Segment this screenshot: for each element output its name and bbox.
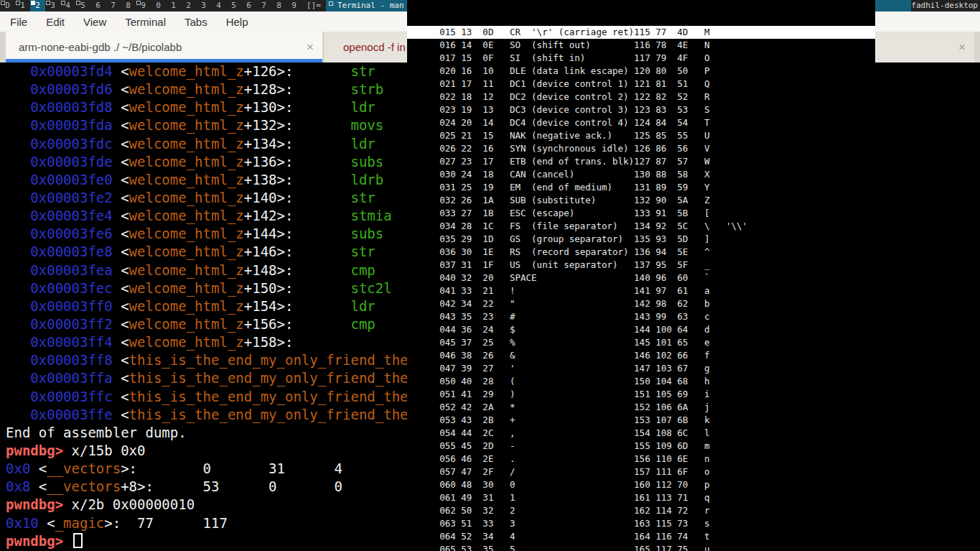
- ascii-table-row: 016 14 0E SO (shift out) 116 78 4E N: [407, 39, 875, 52]
- tab-gdb[interactable]: arm-none-eabi-gdb ./ ~/B/picolabb ×: [6, 32, 322, 62]
- ascii-table-row: 026 22 16 SYN (synchronous idle) 126 86 …: [407, 142, 875, 155]
- tag-occupied-square-icon: [61, 1, 65, 5]
- ascii-table-row: 031 25 19 EM (end of medium) 131 89 59 Y: [407, 181, 875, 194]
- close-icon[interactable]: ×: [298, 40, 322, 55]
- terminal-cursor: [73, 533, 83, 548]
- ascii-table-row: 042 34 22 " 142 98 62 b: [407, 297, 875, 310]
- ascii-table-row: 065 53 35 5 165 117 75 u: [407, 543, 875, 551]
- tab-gdb-label: arm-none-eabi-gdb ./ ~/B/picolabb: [6, 41, 298, 53]
- floating-indicator-icon: [329, 1, 333, 6]
- workspace-tag-2[interactable]: 2: [181, 0, 196, 11]
- workspace-tag-4[interactable]: 4: [60, 0, 75, 11]
- ascii-table-row: 024 20 14 DC4 (device control 4) 124 84 …: [407, 116, 875, 129]
- ascii-table-row: 046 38 26 & 146 102 66 f: [407, 349, 875, 362]
- workspace-tag-8[interactable]: 8: [121, 0, 136, 11]
- workspace-tag-D[interactable]: D: [0, 0, 15, 11]
- ascii-table-row: 030 24 18 CAN (cancel) 130 88 58 X: [407, 168, 875, 181]
- ascii-table-row: 050 40 28 ( 150 104 68 h: [407, 375, 875, 388]
- tag-occupied-square-icon: [1, 1, 5, 5]
- ascii-table-row: 027 23 17 ETB (end of trans. blk)127 87 …: [407, 155, 875, 168]
- menu-help[interactable]: Help: [226, 16, 248, 28]
- ascii-table-row: 033 27 1B ESC (escape) 133 91 5B [: [407, 207, 875, 220]
- ascii-table-row: 035 29 1D GS (group separator) 135 93 5D…: [407, 233, 875, 246]
- ascii-table-row: 054 44 2C , 154 108 6C l: [407, 427, 875, 440]
- ascii-table-row: 051 41 29 ) 151 105 69 i: [407, 388, 875, 401]
- ascii-table-row: 041 33 21 ! 141 97 61 a: [407, 284, 875, 297]
- workspace-tag-7[interactable]: 7: [106, 0, 121, 11]
- workspace-tag-0[interactable]: 0: [151, 0, 166, 11]
- ascii-table-row: 052 42 2A * 152 106 6A j: [407, 401, 875, 414]
- ascii-table-row: 022 18 12 DC2 (device control 2) 122 82 …: [407, 91, 875, 103]
- man-page-window[interactable]: 015 13 0D CR '\r' (carriage ret)115 77 4…: [407, 0, 875, 541]
- workspace-tag-1[interactable]: 1: [15, 0, 30, 11]
- workspace-tag-8[interactable]: 8: [271, 0, 286, 11]
- ascii-table-row: 044 36 24 $ 144 100 64 d: [407, 323, 875, 336]
- ascii-table-row: 034 28 1C FS (file separator) 134 92 5C …: [407, 220, 875, 233]
- workspace-tag-1[interactable]: 1: [166, 0, 181, 11]
- ascii-table-row: 040 32 20 SPACE 140 96 60 `: [407, 272, 875, 284]
- menu-view[interactable]: View: [83, 16, 106, 28]
- layout-symbol[interactable]: []=: [302, 0, 326, 11]
- workspace-tag-6[interactable]: 6: [241, 0, 256, 11]
- ascii-table-row: 025 21 15 NAK (negative ack.) 125 85 55 …: [407, 129, 875, 142]
- ascii-table-row: 023 19 13 DC3 (device control 3) 123 83 …: [407, 103, 875, 116]
- ascii-table: 015 13 0D CR '\r' (carriage ret)115 77 4…: [407, 26, 875, 551]
- workspace-tags: D1234567890123456789: [0, 0, 302, 11]
- ascii-table-row: 037 31 1F US (unit separator) 137 95 5F …: [407, 259, 875, 272]
- close-icon[interactable]: ×: [950, 40, 974, 55]
- window-title-text: Terminal - man: [337, 1, 404, 10]
- ascii-table-row: 056 46 2E . 156 110 6E n: [407, 453, 875, 466]
- tag-occupied-square-icon: [76, 1, 80, 5]
- desktop: D1234567890123456789 []= Terminal - man …: [0, 0, 980, 551]
- ascii-table-row: 020 16 10 DLE (data link escape) 120 80 …: [407, 65, 875, 78]
- workspace-tag-3[interactable]: 3: [45, 0, 60, 11]
- menu-file[interactable]: File: [10, 16, 27, 28]
- tag-occupied-square-icon: [46, 1, 50, 5]
- ascii-table-row: 061 49 31 1 161 113 71 q: [407, 491, 875, 504]
- ascii-table-row: 021 17 11 DC1 (device control 1) 121 81 …: [407, 78, 875, 91]
- workspace-tag-4[interactable]: 4: [211, 0, 226, 11]
- ascii-table-row: 064 52 34 4 164 116 74 t: [407, 530, 875, 543]
- workspace-tag-3[interactable]: 3: [196, 0, 211, 11]
- ascii-table-row: 060 48 30 0 160 112 70 p: [407, 478, 875, 491]
- ascii-table-row: 063 51 33 3 163 115 73 s: [407, 517, 875, 530]
- ascii-table-row: 043 35 23 # 143 99 63 c: [407, 310, 875, 323]
- menu-terminal[interactable]: Terminal: [125, 16, 166, 28]
- ascii-table-row: 057 47 2F / 157 111 6F o: [407, 466, 875, 478]
- tag-occupied-square-icon: [31, 1, 35, 5]
- statusbar-hostname: fadhil-desktop: [911, 0, 980, 11]
- workspace-tag-5[interactable]: 5: [226, 0, 241, 11]
- ascii-table-row: 055 45 2D - 155 109 6D m: [407, 440, 875, 453]
- ascii-table-row: 045 37 25 % 145 101 65 e: [407, 336, 875, 349]
- ascii-table-row: 053 43 2B + 153 107 6B k: [407, 414, 875, 427]
- workspace-tag-7[interactable]: 7: [256, 0, 271, 11]
- workspace-tag-9[interactable]: 9: [286, 0, 302, 11]
- ascii-table-row: 015 13 0D CR '\r' (carriage ret)115 77 4…: [407, 26, 875, 39]
- ascii-table-row: 062 50 32 2 162 114 72 r: [407, 504, 875, 517]
- workspace-tag-9[interactable]: 9: [136, 0, 151, 11]
- menu-edit[interactable]: Edit: [46, 16, 65, 28]
- menu-tabs[interactable]: Tabs: [185, 16, 207, 28]
- ascii-table-row: 036 30 1E RS (record separator) 136 94 5…: [407, 246, 875, 259]
- ascii-table-row: 017 15 0F SI (shift in) 117 79 4F O: [407, 52, 875, 65]
- workspace-tag-6[interactable]: 6: [90, 0, 106, 11]
- ascii-table-row: 032 26 1A SUB (substitute) 132 90 5A Z: [407, 194, 875, 207]
- ascii-table-row: 047 39 27 ' 147 103 67 g: [407, 362, 875, 375]
- workspace-tag-5[interactable]: 5: [75, 0, 90, 11]
- tag-occupied-square-icon: [16, 1, 20, 5]
- workspace-tag-2[interactable]: 2: [30, 0, 45, 11]
- tag-occupied-square-icon: [136, 1, 141, 5]
